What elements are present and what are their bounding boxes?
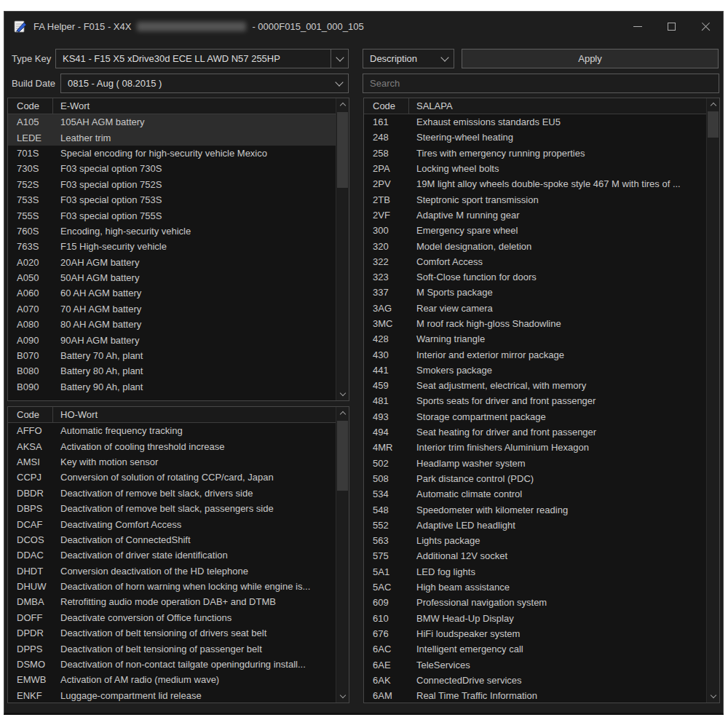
scroll-up-button[interactable] — [336, 407, 349, 419]
table-row[interactable]: 6AETeleServices — [364, 657, 706, 672]
column-header-salapa[interactable]: SALAPA — [409, 98, 706, 114]
filter-mode-combobox[interactable]: Description — [363, 49, 454, 68]
column-header-ho-wort[interactable]: HO-Wort — [53, 407, 336, 422]
table-row[interactable]: 609Professional navigation system — [364, 595, 706, 610]
table-row[interactable]: 2TBSteptronic sport transmission — [364, 191, 706, 207]
table-row[interactable]: 676HiFi loudspeaker system — [364, 626, 706, 641]
table-row[interactable]: 459Seat adjustment, electrical, with mem… — [364, 378, 706, 393]
table-row[interactable]: 494Seat heating for driver and front pas… — [364, 424, 706, 440]
table-row[interactable]: 3AGRear view camera — [364, 301, 706, 316]
table-row[interactable]: 4MRInterior trim finishers Aluminium Hex… — [364, 440, 706, 455]
table-row[interactable]: DDACDeactivation of driver state identif… — [8, 547, 336, 563]
table-row[interactable]: DSMODeactivation of non-contact tailgate… — [8, 657, 336, 672]
scroll-up-button[interactable] — [336, 98, 349, 111]
table-row[interactable]: 337M Sports package — [364, 285, 706, 300]
e-wort-list-header[interactable]: Code E-Wort — [8, 98, 336, 114]
table-row[interactable]: 481Sports seats for driver and front pas… — [364, 393, 706, 408]
table-row[interactable]: B080Battery 80 Ah, plant — [8, 363, 336, 379]
table-row[interactable]: 508Park distance control (PDC) — [364, 471, 706, 486]
scroll-up-button[interactable] — [707, 98, 719, 111]
column-header-code[interactable]: Code — [8, 407, 53, 422]
table-row[interactable]: DCOSDeactivation of ConnectedShift — [8, 532, 336, 547]
table-row[interactable]: 300Emergency spare wheel — [364, 223, 706, 238]
table-row[interactable]: DPPSDeactivation of belt tensioning of p… — [8, 641, 336, 656]
table-row[interactable]: A05050AH AGM battery — [8, 270, 336, 285]
table-row[interactable]: 752SF03 special option 752S — [8, 177, 336, 192]
scrollbar-thumb[interactable] — [708, 111, 719, 138]
table-row[interactable]: A02020AH AGM battery — [8, 255, 336, 270]
table-row[interactable]: A07070 AH AGM battery — [8, 301, 336, 317]
ho-wort-list-header[interactable]: Code HO-Wort — [8, 407, 336, 423]
maximize-button[interactable] — [654, 12, 689, 41]
table-row[interactable]: DBPSDeactivation of remove belt slack, p… — [8, 501, 336, 516]
table-row[interactable]: 5ACHigh beam assistance — [364, 579, 706, 595]
scroll-down-button[interactable] — [336, 690, 349, 703]
table-row[interactable]: 258Tires with emergency running properti… — [364, 146, 706, 161]
scroll-down-button[interactable] — [707, 690, 719, 703]
table-row[interactable]: 701SSpecial encoding for high-security v… — [8, 146, 336, 161]
table-row[interactable]: A09090AH AGM battery — [8, 332, 336, 347]
table-row[interactable]: 320Model designation, deletion — [364, 238, 706, 253]
table-row[interactable]: 610BMW Head-Up Display — [364, 611, 706, 626]
table-row[interactable]: 2PALocking wheel bolts — [364, 161, 706, 176]
type-key-combobox[interactable]: KS41 - F15 X5 xDrive30d ECE LL AWD N57 2… — [55, 49, 349, 68]
table-row[interactable]: 730SF03 special option 730S — [8, 161, 336, 176]
table-row[interactable]: 2PV19M light alloy wheels double-spoke s… — [364, 176, 706, 191]
e-wort-scrollbar[interactable] — [336, 98, 349, 400]
scrollbar-thumb[interactable] — [337, 421, 348, 491]
table-row[interactable]: 3MCM roof rack high-gloss Shadowline — [364, 316, 706, 331]
table-row[interactable]: 755SF03 special option 755S — [8, 207, 336, 223]
column-header-code[interactable]: Code — [364, 98, 409, 114]
table-row[interactable]: DHDTConversion deactivation of the HD te… — [8, 563, 336, 579]
table-row[interactable]: AMSIKey with motion sensor — [8, 454, 336, 470]
table-row[interactable]: A08080 AH AGM battery — [8, 317, 336, 332]
table-row[interactable]: 441Smokers package — [364, 363, 706, 378]
table-row[interactable]: DOFFDeactivate conversion of Office func… — [8, 610, 336, 625]
table-row[interactable]: DBDRDeactivation of remove belt slack, d… — [8, 486, 336, 501]
table-row[interactable]: 753SF03 special option 753S — [8, 192, 336, 207]
table-row[interactable]: A105105AH AGM battery — [8, 114, 336, 130]
table-row[interactable]: DHUWDeactivation of horn warning when lo… — [8, 579, 336, 594]
ho-wort-scrollbar[interactable] — [336, 407, 349, 703]
scrollbar-thumb[interactable] — [337, 112, 348, 188]
table-row[interactable]: 548Speedometer with kilometer reading — [364, 502, 706, 517]
table-row[interactable]: A06060 AH AGM battery — [8, 285, 336, 301]
build-date-combobox[interactable]: 0815 - Aug ( 08.2015 ) — [60, 74, 349, 93]
scroll-down-button[interactable] — [336, 388, 349, 400]
table-row[interactable]: DMBARetrofitting audio mode operation DA… — [8, 594, 336, 609]
salapa-list-header[interactable]: Code SALAPA — [364, 98, 706, 114]
table-row[interactable]: 322Comfort Access — [364, 254, 706, 269]
table-row[interactable]: 6AMReal Time Traffic Information — [364, 688, 706, 703]
table-row[interactable]: 563Lights package — [364, 533, 706, 548]
table-row[interactable]: AFFOAutomatic frequency tracking — [8, 423, 336, 438]
table-row[interactable]: B070Battery 70 Ah, plant — [8, 348, 336, 363]
table-row[interactable]: 493Storage compartment package — [364, 409, 706, 424]
table-row[interactable]: EMWBActivation of AM radio (medium wave) — [8, 672, 336, 687]
table-row[interactable]: 248Steering-wheel heating — [364, 130, 706, 145]
apply-button[interactable]: Apply — [462, 49, 719, 68]
search-input[interactable] — [363, 74, 719, 93]
minimize-button[interactable] — [620, 12, 654, 41]
close-button[interactable] — [689, 12, 723, 41]
table-row[interactable]: ENKFLuggage-compartment lid release — [8, 688, 336, 703]
table-row[interactable]: 430Interior and exterior mirror package — [364, 347, 706, 362]
salapa-scrollbar[interactable] — [706, 98, 719, 703]
table-row[interactable]: 5A1LED fog lights — [364, 564, 706, 579]
column-header-code[interactable]: Code — [8, 98, 53, 114]
table-row[interactable]: 428Warning triangle — [364, 331, 706, 347]
table-row[interactable]: LEDELeather trim — [8, 130, 336, 145]
table-row[interactable]: CCPJConversion of solution of rotating C… — [8, 470, 336, 485]
table-row[interactable]: B090Battery 90 Ah, plant — [8, 379, 336, 395]
table-row[interactable]: 323Soft-Close function for doors — [364, 269, 706, 285]
table-row[interactable]: 575Additional 12V socket — [364, 548, 706, 563]
table-row[interactable]: 2VFAdaptive M running gear — [364, 207, 706, 223]
table-row[interactable]: DPDRDeactivation of belt tensioning of d… — [8, 625, 336, 641]
table-row[interactable]: 760SEncoding, high-security vehicle — [8, 223, 336, 239]
table-row[interactable]: 6AKConnectedDrive services — [364, 673, 706, 688]
table-row[interactable]: 552Adaptive LED headlight — [364, 518, 706, 533]
table-row[interactable]: 161Exhaust emissions standards EU5 — [364, 114, 706, 130]
table-row[interactable]: 6ACIntelligent emergency call — [364, 641, 706, 657]
table-row[interactable]: 534Automatic climate control — [364, 486, 706, 502]
table-row[interactable]: 763SF15 High-security vehicle — [8, 239, 336, 254]
table-row[interactable]: 502Headlamp washer system — [364, 456, 706, 471]
